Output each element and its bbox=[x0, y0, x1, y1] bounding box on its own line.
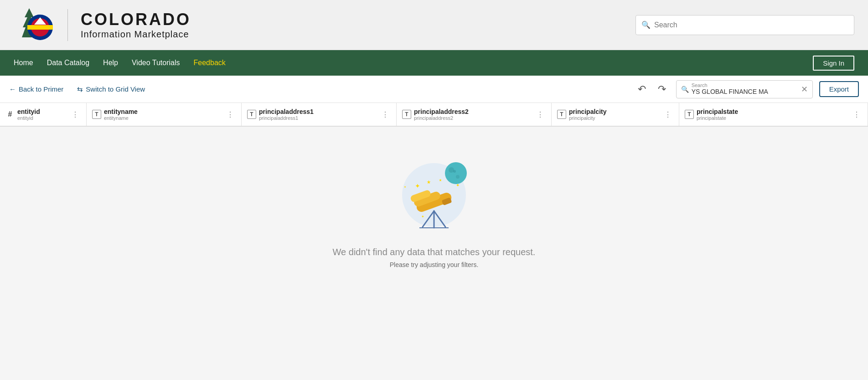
logo-text-block: COLORADO Information Marketplace bbox=[81, 10, 191, 40]
table-search-value: YS GLOBAL FINANCE MA bbox=[692, 88, 798, 95]
text-icon-addr2: T bbox=[402, 110, 411, 119]
back-arrow-icon: ← bbox=[9, 85, 16, 93]
nav-feedback[interactable]: Feedback bbox=[194, 59, 226, 67]
col-menu-state[interactable]: ⋮ bbox=[851, 109, 862, 120]
logo-divider bbox=[67, 9, 68, 41]
col-menu-addr2[interactable]: ⋮ bbox=[535, 109, 546, 120]
svg-text:✦: ✦ bbox=[456, 183, 460, 188]
main-navbar: Home Data Catalog Help Video Tutorials F… bbox=[0, 50, 868, 76]
site-title: COLORADO bbox=[81, 10, 191, 29]
svg-point-8 bbox=[445, 162, 467, 184]
col-name-principalcity: principalcity principalcity bbox=[569, 108, 606, 121]
hash-icon: # bbox=[5, 110, 15, 119]
column-headers-row: # entityid entityid ⋮ T entityname entit… bbox=[0, 103, 868, 127]
table-search-icon: 🔍 bbox=[681, 86, 689, 93]
col-header-principaladdress2: T principaladdress2 principaladdress2 ⋮ bbox=[397, 103, 552, 126]
header-search-box[interactable]: 🔍 bbox=[636, 15, 854, 35]
col-header-principalstate: T principalstate principalstate ⋮ bbox=[679, 103, 868, 126]
text-icon-entityname: T bbox=[92, 110, 101, 119]
site-subtitle: Information Marketplace bbox=[81, 29, 191, 40]
back-to-primer-label: Back to Primer bbox=[19, 85, 63, 93]
site-header: COLORADO Information Marketplace 🔍 bbox=[0, 0, 868, 50]
col-name-entityname: entityname entityname bbox=[104, 108, 138, 121]
col-header-principalcity: T principalcity principalcity ⋮ bbox=[552, 103, 679, 126]
col-name-principaladdress2: principaladdress2 principaladdress2 bbox=[414, 108, 469, 121]
col-header-entityid: # entityid entityid ⋮ bbox=[0, 103, 87, 126]
nav-video-tutorials[interactable]: Video Tutorials bbox=[132, 59, 180, 67]
colorado-logo bbox=[14, 5, 55, 46]
empty-state-subtitle: Please try adjusting your filters. bbox=[390, 261, 479, 268]
export-button[interactable]: Export bbox=[819, 81, 859, 97]
redo-button[interactable]: ↷ bbox=[654, 82, 670, 97]
col-menu-addr1[interactable]: ⋮ bbox=[380, 109, 391, 120]
col-name-entityid: entityid entityid bbox=[17, 108, 40, 121]
col-menu-entityname[interactable]: ⋮ bbox=[225, 109, 236, 120]
back-to-primer-link[interactable]: ← Back to Primer bbox=[9, 85, 63, 93]
col-menu-city[interactable]: ⋮ bbox=[662, 109, 673, 120]
svg-point-9 bbox=[449, 167, 454, 173]
sign-in-button[interactable]: Sign In bbox=[813, 56, 854, 71]
table-search-label: Search bbox=[692, 83, 798, 88]
header-search-icon: 🔍 bbox=[641, 21, 651, 29]
table-search-box[interactable]: 🔍 Search YS GLOBAL FINANCE MA ✕ bbox=[676, 80, 813, 98]
text-icon-addr1: T bbox=[247, 110, 256, 119]
toolbar-left: ← Back to Primer ⇆ Switch to Grid View bbox=[9, 85, 145, 93]
undo-button[interactable]: ↶ bbox=[634, 82, 650, 97]
switch-icon: ⇆ bbox=[77, 85, 83, 93]
clear-search-button[interactable]: ✕ bbox=[801, 84, 808, 94]
navbar-links: Home Data Catalog Help Video Tutorials F… bbox=[14, 59, 226, 67]
data-toolbar: ← Back to Primer ⇆ Switch to Grid View ↶… bbox=[0, 76, 868, 103]
svg-point-11 bbox=[453, 170, 456, 173]
switch-to-grid-label: Switch to Grid View bbox=[86, 85, 145, 93]
header-search-input[interactable] bbox=[654, 21, 848, 29]
nav-data-catalog[interactable]: Data Catalog bbox=[47, 59, 89, 67]
empty-state: ✦ ✦ ✦ We didn't find any data that match… bbox=[0, 127, 868, 296]
col-name-principaladdress1: principaladdress1 principaladdress1 bbox=[259, 108, 314, 121]
logo-area: COLORADO Information Marketplace bbox=[14, 5, 191, 46]
svg-rect-3 bbox=[27, 25, 53, 30]
telescope-illustration: ✦ ✦ ✦ bbox=[388, 154, 480, 236]
undo-redo-controls: ↶ ↷ bbox=[634, 82, 670, 97]
svg-text:✦: ✦ bbox=[421, 215, 424, 219]
toolbar-right: ↶ ↷ 🔍 Search YS GLOBAL FINANCE MA ✕ Expo… bbox=[634, 80, 859, 98]
nav-help[interactable]: Help bbox=[103, 59, 118, 67]
switch-to-grid-link[interactable]: ⇆ Switch to Grid View bbox=[77, 85, 145, 93]
empty-state-title: We didn't find any data that matches you… bbox=[333, 247, 536, 257]
col-header-principaladdress1: T principaladdress1 principaladdress1 ⋮ bbox=[242, 103, 397, 126]
nav-home[interactable]: Home bbox=[14, 59, 33, 67]
svg-text:✦: ✦ bbox=[415, 182, 420, 190]
text-icon-city: T bbox=[557, 110, 566, 119]
text-icon-state: T bbox=[685, 110, 694, 119]
col-header-entityname: T entityname entityname ⋮ bbox=[87, 103, 242, 126]
svg-point-10 bbox=[456, 175, 460, 179]
col-name-principalstate: principalstate principalstate bbox=[697, 108, 738, 121]
search-input-wrapper: Search YS GLOBAL FINANCE MA bbox=[692, 83, 798, 95]
col-menu-entityid[interactable]: ⋮ bbox=[70, 109, 81, 120]
